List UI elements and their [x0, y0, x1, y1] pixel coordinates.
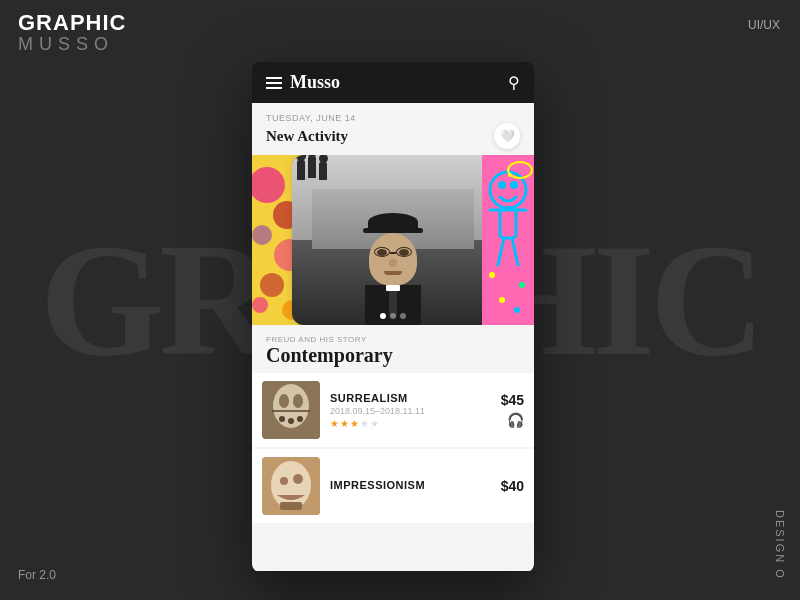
svg-point-19 [519, 282, 525, 288]
brand-logo: GRAPHIC MUSSO [18, 12, 126, 55]
star-2: ★ [340, 418, 349, 429]
info-subtitle: FREUD AND HIS STORY [266, 335, 520, 344]
list-date-surrealism: 2018.09.15–2018.11.11 [330, 406, 491, 416]
headphone-icon[interactable]: 🎧 [507, 412, 524, 429]
star-1: ★ [330, 418, 339, 429]
svg-point-32 [280, 477, 288, 485]
list-item-impressionism[interactable]: IMPRESSIONISM $40 [252, 449, 534, 523]
price-col-impressionism: $40 [501, 478, 524, 494]
list-name-impressionism: IMPRESSIONISM [330, 479, 491, 491]
svg-point-7 [252, 297, 268, 313]
svg-point-25 [293, 394, 303, 408]
svg-point-10 [498, 181, 506, 189]
dot-3 [400, 313, 406, 319]
activity-date: TUESDAY, JUNE 14 [266, 113, 520, 123]
phone-mockup: Musso ⚲ TUESDAY, JUNE 14 New Activity 🤍 [252, 62, 534, 572]
svg-rect-8 [482, 155, 534, 325]
brand-musso-text: MUSSO [18, 34, 126, 55]
svg-point-17 [508, 173, 512, 177]
thumb-impressionism [262, 457, 320, 515]
svg-point-5 [260, 273, 284, 297]
price-impressionism: $40 [501, 478, 524, 494]
star-4: ★ [360, 418, 369, 429]
svg-point-33 [293, 474, 303, 484]
svg-point-11 [510, 181, 518, 189]
app-header: Musso ⚲ [252, 62, 534, 103]
svg-point-27 [279, 416, 285, 422]
center-photo [292, 155, 494, 325]
svg-point-18 [489, 272, 495, 278]
version-label: For 2.0 [18, 568, 56, 582]
hamburger-icon[interactable] [266, 77, 282, 89]
info-section: FREUD AND HIS STORY Contemporary [252, 325, 534, 373]
ui-ux-label: UI/UX [748, 18, 780, 32]
svg-point-21 [514, 307, 520, 313]
price-col-surrealism: $45 🎧 [501, 392, 524, 429]
list-name-surrealism: SURREALISM [330, 392, 491, 404]
search-icon[interactable]: ⚲ [508, 73, 520, 92]
list-info-surrealism: SURREALISM 2018.09.15–2018.11.11 ★ ★ ★ ★… [330, 392, 491, 429]
list-info-impressionism: IMPRESSIONISM [330, 479, 491, 493]
star-3: ★ [350, 418, 359, 429]
brand-graphic-text: GRAPHIC [18, 12, 126, 34]
art-panel-right [482, 155, 534, 325]
price-surrealism: $45 [501, 392, 524, 408]
carousel-dots [380, 313, 406, 319]
svg-point-31 [271, 461, 311, 509]
image-carousel [252, 155, 534, 325]
svg-point-20 [499, 297, 505, 303]
svg-point-24 [279, 394, 289, 408]
activity-section: TUESDAY, JUNE 14 New Activity 🤍 [252, 103, 534, 155]
info-heading: Contemporary [266, 344, 520, 367]
phone-content: TUESDAY, JUNE 14 New Activity 🤍 [252, 103, 534, 571]
activity-row: New Activity 🤍 [266, 123, 520, 149]
activity-title: New Activity [266, 128, 348, 145]
svg-rect-34 [280, 502, 302, 510]
thumb-surrealism [262, 381, 320, 439]
design-label: DESIGN O [774, 510, 786, 580]
svg-point-28 [288, 418, 294, 424]
list-item-surrealism[interactable]: SURREALISM 2018.09.15–2018.11.11 ★ ★ ★ ★… [252, 373, 534, 447]
dot-1 [380, 313, 386, 319]
header-left: Musso [266, 72, 340, 93]
heart-button[interactable]: 🤍 [494, 123, 520, 149]
dot-2 [390, 313, 396, 319]
svg-point-29 [297, 416, 303, 422]
app-title: Musso [290, 72, 340, 93]
star-5: ★ [370, 418, 379, 429]
stars-surrealism: ★ ★ ★ ★ ★ [330, 418, 491, 429]
svg-point-3 [252, 225, 272, 245]
